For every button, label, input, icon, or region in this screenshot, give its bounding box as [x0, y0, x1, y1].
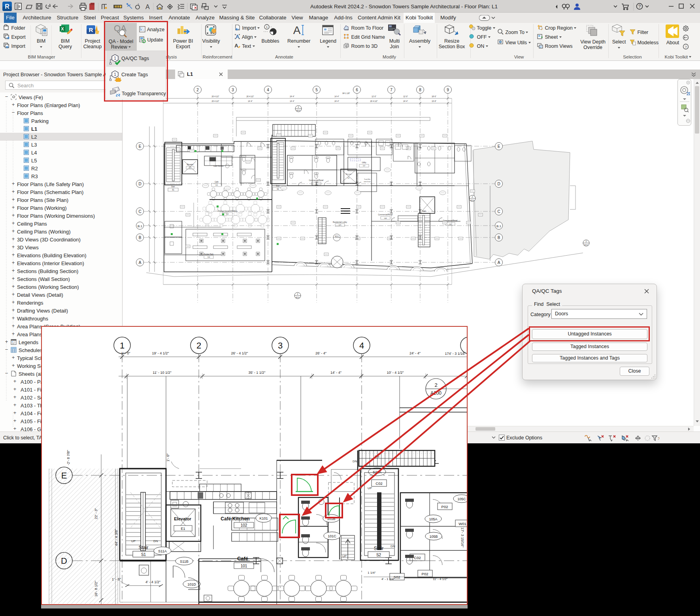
- svg-text:1' - 0": 1' - 0": [121, 351, 130, 355]
- svg-text:C: C: [497, 209, 500, 214]
- svg-text:19' - 4 1/2": 19' - 4 1/2": [152, 351, 169, 355]
- svg-text:A200: A200: [430, 390, 442, 396]
- svg-text:1: 1: [266, 25, 268, 29]
- svg-text:Commercial/Retail: Commercial/Retail: [378, 214, 393, 216]
- svg-text:Elevator: Elevator: [174, 516, 191, 521]
- svg-text:105C: 105C: [457, 497, 466, 501]
- svg-text:A: A: [139, 260, 142, 265]
- svg-text:105: 105: [315, 183, 318, 185]
- svg-text:UP: UP: [342, 554, 347, 558]
- svg-text:1: 1: [120, 341, 125, 350]
- svg-text:2: 2: [297, 293, 298, 295]
- svg-text:DN: DN: [353, 460, 357, 463]
- svg-text:26'-4 1/2": 26'-4 1/2": [212, 100, 219, 102]
- svg-text::0: :0: [658, 436, 659, 441]
- svg-text:26'-4 1/2": 26'-4 1/2": [212, 96, 219, 98]
- svg-text:S1: S1: [141, 552, 146, 557]
- svg-text:44' - 4 3/8": 44' - 4 3/8": [114, 529, 118, 546]
- svg-text:A200: A200: [296, 296, 300, 298]
- svg-text:6: 6: [356, 88, 358, 92]
- svg-text:9: 9: [447, 88, 449, 92]
- svg-text:106: 106: [339, 224, 342, 226]
- svg-text:1' - 6": 1' - 6": [112, 577, 121, 581]
- svg-text:Café Kitchen: Café Kitchen: [213, 165, 224, 167]
- svg-text:A200: A200: [470, 199, 474, 201]
- svg-text:E1: E1: [181, 527, 185, 531]
- svg-text:A: A: [145, 4, 150, 10]
- svg-text:D: D: [497, 182, 500, 186]
- svg-text:Stair: Stair: [276, 185, 280, 187]
- svg-text:?: ?: [685, 45, 687, 49]
- svg-text:26' - 4": 26' - 4": [315, 351, 326, 355]
- svg-text:W01: W01: [458, 522, 466, 526]
- svg-text:11' - 4 1/2": 11' - 4 1/2": [433, 577, 448, 581]
- svg-text:101C: 101C: [328, 534, 336, 538]
- svg-text:24' - 4": 24' - 4": [409, 351, 421, 355]
- svg-text:E2: E2: [348, 177, 350, 179]
- svg-text:14' - 4": 14' - 4": [330, 371, 342, 375]
- svg-text:A200: A200: [584, 244, 588, 246]
- svg-text:109: 109: [449, 223, 452, 225]
- svg-text:105A: 105A: [429, 517, 437, 521]
- svg-text:Café: Café: [215, 181, 219, 183]
- svg-text:8: 8: [419, 88, 421, 92]
- svg-text:S11B: S11B: [180, 559, 188, 563]
- svg-text:Pocket Park: Pocket Park: [204, 253, 214, 255]
- svg-text:3: 3: [278, 341, 283, 350]
- svg-text:A404: A404: [335, 235, 339, 237]
- svg-text:2: 2: [434, 382, 437, 388]
- svg-text:Residential Lobby: Residential Lobby: [333, 221, 347, 223]
- svg-text:18'-6": 18'-6": [432, 96, 436, 98]
- svg-text:E: E: [498, 144, 500, 149]
- svg-text:4: 4: [267, 88, 269, 92]
- svg-text:17'- 3 15/16": 17'- 3 15/16": [460, 527, 464, 547]
- svg-text:12'-0": 12'-0": [403, 96, 408, 98]
- svg-text:1 1/4": 1 1/4": [368, 571, 376, 575]
- svg-text:26' - 4 1/2": 26' - 4 1/2": [231, 351, 248, 355]
- svg-text:26'-4 1/2": 26'-4 1/2": [247, 96, 254, 98]
- svg-text:Elevator: Elevator: [346, 173, 352, 175]
- svg-text:14'-4": 14'-4": [334, 96, 339, 98]
- svg-text:A200: A200: [296, 109, 300, 111]
- svg-text:24'-4": 24'-4": [290, 96, 294, 98]
- svg-text:2: 2: [586, 240, 587, 243]
- svg-text:2: 2: [196, 341, 201, 350]
- svg-text:22' - 3": 22' - 3": [94, 508, 98, 519]
- svg-text:C02: C02: [375, 481, 382, 486]
- svg-text:Outdoor Covered Dining: Outdoor Covered Dining: [218, 210, 237, 212]
- svg-text:DN: DN: [391, 544, 395, 548]
- svg-text:11' - 10 1/2": 11' - 10 1/2": [153, 371, 171, 375]
- svg-text:84'-1 1/8": 84'-1 1/8": [343, 92, 350, 94]
- svg-text:R: R: [5, 3, 9, 10]
- svg-text:E: E: [139, 144, 142, 149]
- svg-text:B.1: B.1: [138, 224, 143, 228]
- svg-text:2: 2: [472, 196, 473, 198]
- svg-text:S2: S2: [376, 553, 381, 557]
- svg-text:1'- 0": 1'- 0": [166, 454, 170, 462]
- svg-text:2D: 2D: [687, 92, 690, 96]
- svg-text:Stair: Stair: [171, 186, 175, 188]
- svg-text:C: C: [138, 209, 141, 214]
- svg-text:5: 5: [466, 341, 467, 350]
- svg-text:A: A: [293, 24, 301, 36]
- svg-text:101D: 101D: [187, 582, 196, 586]
- svg-text:12'-0": 12'-0": [372, 96, 376, 98]
- svg-text:14'-4": 14'-4": [248, 100, 253, 102]
- svg-text:4' - 4 1/2": 4' - 4 1/2": [145, 580, 160, 584]
- svg-text:2: 2: [298, 106, 299, 108]
- svg-text:103: 103: [226, 213, 229, 215]
- svg-text:3: 3: [232, 88, 234, 92]
- svg-text:Stair: Stair: [374, 546, 384, 551]
- svg-text:-2'- 8 7/8": -2'- 8 7/8": [66, 450, 70, 465]
- svg-text:and Chute: and Chute: [364, 181, 371, 183]
- svg-text:24'-4": 24'-4": [334, 100, 339, 102]
- svg-text:108: 108: [384, 217, 387, 219]
- svg-text:24'-4": 24'-4": [403, 100, 408, 102]
- svg-text:104: 104: [208, 256, 210, 258]
- svg-text:35' - 1 1/2": 35' - 1 1/2": [249, 371, 266, 375]
- svg-text:16'- 8 1/2": 16'- 8 1/2": [94, 581, 98, 597]
- svg-text:A: A: [234, 43, 238, 49]
- svg-text:S2: S2: [277, 188, 279, 190]
- svg-text:7: 7: [390, 88, 392, 92]
- svg-text:Trash Bin: Trash Bin: [364, 179, 370, 180]
